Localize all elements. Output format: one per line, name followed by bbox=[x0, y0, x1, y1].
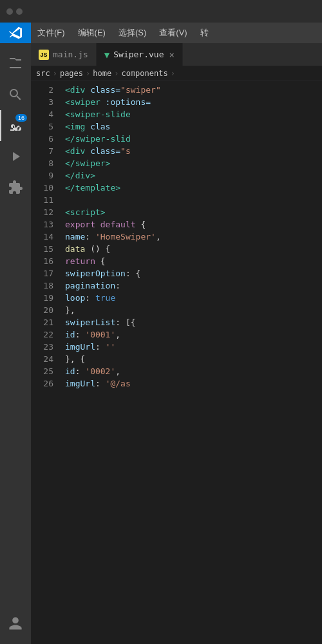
code-token: { bbox=[136, 220, 146, 229]
tab-swiper-vue[interactable]: ▼ Swiper.vue × bbox=[97, 43, 183, 66]
code-token: , bbox=[115, 366, 120, 376]
code-token: '@/as bbox=[106, 379, 131, 388]
window-dot bbox=[16, 8, 23, 15]
line-number: 12 bbox=[31, 206, 53, 218]
code-token: : bbox=[75, 366, 86, 376]
line-number: 18 bbox=[31, 279, 53, 292]
code-token: : bbox=[95, 379, 106, 388]
code-line: id: '0002', bbox=[65, 365, 317, 377]
code-token: pagination bbox=[65, 281, 115, 290]
code-token: <img bbox=[65, 122, 85, 131]
line-number: 19 bbox=[31, 292, 53, 304]
code-token: }, { bbox=[65, 354, 85, 364]
code-token: :options= bbox=[100, 97, 151, 107]
tab-main-js[interactable]: JS main.js bbox=[31, 43, 97, 66]
breadcrumb-pages[interactable]: pages bbox=[60, 69, 83, 78]
breadcrumb-src[interactable]: src bbox=[36, 69, 50, 78]
search-icon[interactable] bbox=[0, 79, 31, 110]
code-token: '0001' bbox=[85, 330, 115, 339]
code-token: imgUrl bbox=[65, 379, 95, 388]
code-token: <div bbox=[65, 85, 85, 95]
code-line: loop: true bbox=[65, 292, 317, 304]
code-token: <div bbox=[65, 146, 85, 156]
run-icon[interactable] bbox=[0, 141, 31, 172]
code-content[interactable]: <div class="swiper" <swiper :options= <s… bbox=[60, 81, 322, 644]
code-token: </swiper> bbox=[65, 158, 110, 168]
code-line: swiperList: [{ bbox=[65, 316, 317, 328]
code-token: data bbox=[65, 244, 85, 254]
code-token: 'HomeSwiper' bbox=[95, 232, 156, 242]
code-token: <script> bbox=[65, 207, 106, 217]
code-token: '' bbox=[106, 342, 116, 352]
code-line: <swiper :options= bbox=[65, 96, 317, 108]
code-token: swiperOption bbox=[65, 269, 126, 278]
code-line: <script> bbox=[65, 206, 317, 218]
code-line: pagination: bbox=[65, 279, 317, 292]
window-controls bbox=[6, 8, 23, 15]
line-number: 17 bbox=[31, 267, 53, 279]
breadcrumb-sep: › bbox=[171, 69, 175, 78]
code-token: , bbox=[115, 330, 120, 339]
code-line: swiperOption: { bbox=[65, 267, 317, 279]
code-line: imgUrl: '@/as bbox=[65, 377, 317, 390]
window-dot bbox=[6, 8, 13, 15]
code-token: </template> bbox=[65, 183, 120, 193]
code-token: swiperList bbox=[65, 317, 115, 327]
line-number: 23 bbox=[31, 341, 53, 353]
code-token: }, bbox=[65, 305, 75, 315]
account-icon[interactable] bbox=[0, 608, 31, 639]
js-file-icon: JS bbox=[39, 50, 49, 60]
line-number: 6 bbox=[31, 133, 53, 145]
menu-more[interactable]: 转 bbox=[194, 23, 215, 43]
code-token: default bbox=[95, 220, 136, 229]
code-token: </div> bbox=[65, 171, 95, 180]
code-token: () { bbox=[85, 244, 110, 254]
line-number: 16 bbox=[31, 255, 53, 267]
title-bar bbox=[0, 0, 322, 23]
line-number: 21 bbox=[31, 316, 53, 328]
breadcrumb-sep: › bbox=[53, 69, 57, 78]
line-number: 9 bbox=[31, 169, 53, 182]
line-number: 5 bbox=[31, 120, 53, 133]
line-number: 20 bbox=[31, 304, 53, 316]
menu-items: 文件(F) 编辑(E) 选择(S) 查看(V) 转 bbox=[31, 23, 215, 43]
line-number: 22 bbox=[31, 328, 53, 341]
code-token: "s bbox=[120, 146, 131, 156]
code-token: <swiper-slide bbox=[65, 109, 131, 119]
code-token: </swiper-slid bbox=[65, 134, 131, 144]
code-line: id: '0001', bbox=[65, 328, 317, 341]
code-token: true bbox=[95, 293, 115, 303]
breadcrumb-components[interactable]: components bbox=[121, 69, 167, 78]
code-line: }, { bbox=[65, 353, 317, 365]
code-line: </div> bbox=[65, 169, 317, 182]
main-layout: 16 JS main.js bbox=[0, 43, 322, 644]
menu-view[interactable]: 查看(V) bbox=[153, 23, 193, 43]
line-number: 11 bbox=[31, 194, 53, 206]
code-line: </swiper> bbox=[65, 157, 317, 169]
code-line: <div class="swiper" bbox=[65, 84, 317, 96]
source-control-icon[interactable]: 16 bbox=[0, 110, 31, 141]
breadcrumb-sep: › bbox=[114, 69, 118, 78]
code-token: imgUrl bbox=[65, 342, 95, 352]
code-line: data () { bbox=[65, 243, 317, 255]
code-line: export default { bbox=[65, 218, 317, 231]
code-token: class= bbox=[85, 146, 120, 156]
line-number: 14 bbox=[31, 231, 53, 243]
vscode-logo bbox=[0, 23, 31, 43]
code-token: class= bbox=[85, 85, 120, 95]
menu-file[interactable]: 文件(F) bbox=[31, 23, 71, 43]
code-token: : [{ bbox=[115, 317, 135, 327]
code-editor[interactable]: 2345678910111213141516171819202122232425… bbox=[31, 81, 322, 644]
line-number: 13 bbox=[31, 218, 53, 231]
activity-bar: 16 bbox=[0, 43, 31, 644]
line-number: 15 bbox=[31, 243, 53, 255]
menu-edit[interactable]: 编辑(E) bbox=[71, 23, 112, 43]
activity-bottom bbox=[0, 608, 31, 639]
breadcrumb-home[interactable]: home bbox=[93, 69, 111, 78]
code-token: clas bbox=[85, 122, 110, 131]
explorer-icon[interactable] bbox=[0, 48, 31, 79]
tab-close-button[interactable]: × bbox=[169, 50, 175, 60]
line-number: 24 bbox=[31, 353, 53, 365]
menu-select[interactable]: 选择(S) bbox=[112, 23, 153, 43]
extensions-icon[interactable] bbox=[0, 172, 31, 203]
